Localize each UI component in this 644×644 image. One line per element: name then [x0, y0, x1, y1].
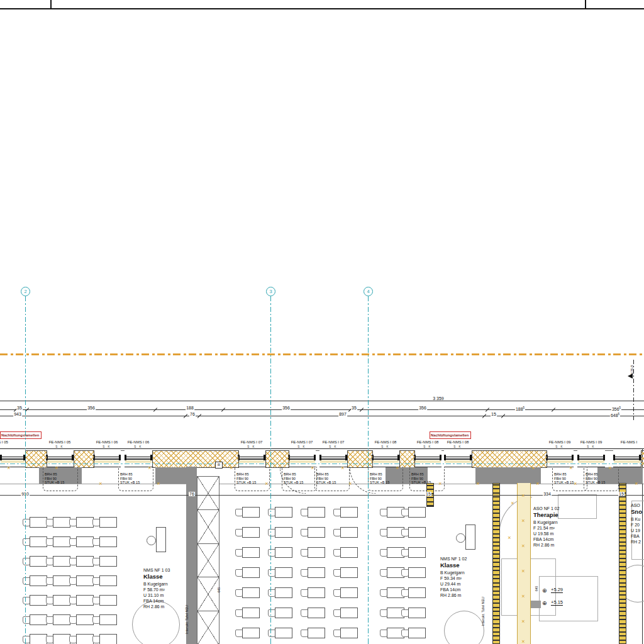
survey-x-mark: ×	[341, 466, 344, 470]
desk	[53, 575, 70, 586]
fixture-outline	[558, 494, 597, 519]
room-attribute: RH 2.86 m	[533, 543, 554, 548]
desk	[53, 634, 70, 644]
window-glazing-line	[126, 457, 151, 457]
section-marker-text: N 35-B	[630, 358, 634, 375]
desk	[308, 547, 325, 558]
window-sill	[372, 460, 399, 463]
survey-x-mark: ×	[157, 482, 160, 486]
room-attribute: F 59.34 m²	[440, 576, 462, 581]
window-type-label: FE-NMS I 07	[241, 440, 263, 444]
dim-value: 15	[491, 412, 497, 416]
survey-x-mark: ×	[635, 482, 638, 486]
sash-opening-mark: S K	[134, 445, 142, 448]
window-jamb	[125, 455, 126, 460]
survey-x-mark: ×	[7, 466, 10, 470]
desk	[99, 575, 117, 586]
desk	[408, 628, 426, 638]
window-type-label: FE-NMS I 08	[417, 440, 439, 444]
level-symbol: ⊕	[542, 588, 547, 594]
dim-value: 15	[618, 492, 625, 496]
window-glazing-line	[579, 458, 604, 460]
dim-value: 356	[87, 406, 96, 410]
window-glazing-line	[547, 458, 572, 460]
survey-x-mark: ×	[511, 501, 514, 505]
desk	[308, 567, 325, 578]
grid-axis-bubble: 4	[364, 287, 373, 296]
room-attribute: U 19.58 m	[533, 531, 553, 536]
window-glazing-line	[415, 458, 440, 460]
desk	[99, 634, 117, 644]
survey-x-mark: ×	[521, 640, 525, 643]
desk	[242, 628, 260, 638]
window-annotation-text: BRH 85	[316, 472, 329, 477]
door-swing-arc	[350, 468, 375, 494]
shaft-x-brace	[197, 476, 219, 511]
window-glazing-line	[47, 458, 72, 460]
shaft-x-brace	[197, 577, 219, 611]
masonry-pier	[399, 450, 415, 468]
room-attribute: F 21.54 m²	[533, 526, 555, 531]
window-glazing-line	[47, 457, 72, 457]
teacher-chair	[147, 536, 156, 545]
teacher-desk	[465, 525, 475, 550]
window-jamb	[319, 455, 321, 460]
room-attribute: FBA	[631, 534, 640, 539]
window-inner-line	[444, 467, 472, 467]
masonry-pier	[25, 450, 47, 468]
survey-x-mark: ×	[521, 519, 525, 523]
desk	[99, 595, 117, 606]
window-glazing-line	[445, 457, 470, 457]
facade-outer-line	[0, 448, 644, 449]
window-type-label: FE-NMS I 06	[96, 440, 118, 444]
wall-note-vertical: Interakt. Tafel NEU	[185, 584, 189, 634]
window-sill	[547, 460, 573, 463]
title-block-divider	[585, 0, 586, 8]
level-value: +5.29	[551, 587, 563, 593]
masonry-pier	[265, 450, 289, 468]
window-sill	[320, 460, 347, 463]
window-sill	[578, 460, 604, 463]
shaft-x-brace	[197, 543, 219, 578]
dim-value-vertical: 645	[217, 580, 221, 592]
desk	[275, 608, 292, 618]
dim-value: 334	[543, 492, 552, 496]
desk	[408, 567, 426, 578]
window-glazing-line	[321, 457, 346, 457]
window-glazing-line	[239, 457, 264, 457]
survey-x-mark: ×	[311, 466, 314, 470]
survey-x-mark: ×	[348, 482, 352, 486]
window-type-label: FE-NMS I 06	[128, 440, 150, 444]
room-attribute: NMS NF 1 02	[440, 557, 467, 562]
desk	[408, 547, 426, 558]
vent-lamella-label: Nachlüftungslamellen	[430, 431, 471, 439]
dim-value: 6485	[610, 412, 620, 418]
window-jamb	[613, 455, 615, 460]
sash-opening-mark: S K	[453, 445, 462, 448]
desk	[30, 536, 47, 547]
desk	[53, 517, 70, 528]
desk	[308, 628, 325, 638]
room-attribute: ASO	[631, 503, 640, 508]
shaft-x-brace	[197, 611, 219, 644]
window-jamb	[119, 455, 121, 460]
dim-value-vertical: 645	[535, 579, 538, 591]
desk	[408, 527, 426, 538]
desk	[76, 595, 94, 606]
grid-axis-line	[25, 296, 26, 644]
window-annotation-text: FBH 90	[411, 477, 423, 481]
fixture-outline	[539, 576, 598, 621]
desk	[408, 587, 426, 598]
desk	[53, 556, 70, 567]
dim-row3-line	[0, 416, 644, 416]
dim-value: 3565	[611, 406, 621, 411]
desk	[275, 587, 292, 598]
masonry-pier	[472, 450, 547, 468]
window-annotation-text: BRH 85	[45, 472, 57, 477]
room-attribute: ASO NF 1 02	[533, 506, 560, 511]
masonry-pier	[641, 450, 644, 468]
desk	[30, 595, 47, 606]
desk	[76, 517, 94, 528]
window-glazing-line	[445, 458, 470, 460]
desk	[340, 567, 358, 578]
